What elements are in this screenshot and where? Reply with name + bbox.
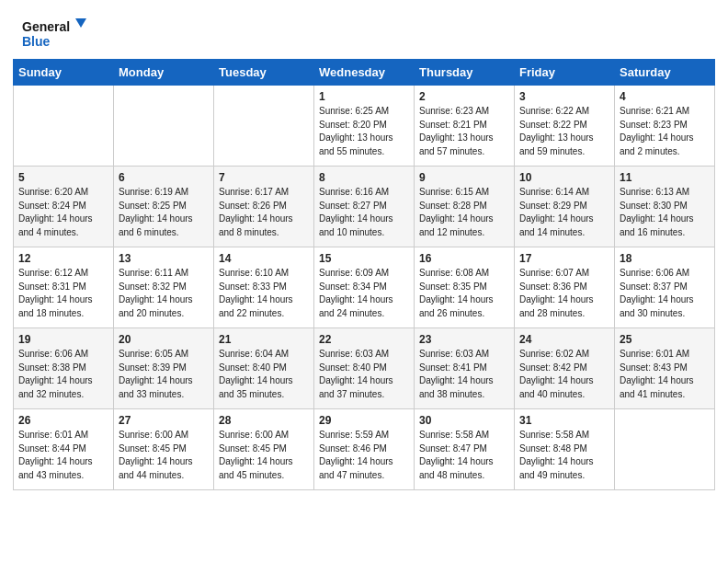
calendar-cell: 3Sunrise: 6:22 AM Sunset: 8:22 PM Daylig… bbox=[515, 86, 615, 167]
calendar-table: SundayMondayTuesdayWednesdayThursdayFrid… bbox=[13, 59, 715, 490]
calendar-cell: 24Sunrise: 6:02 AM Sunset: 8:42 PM Dayli… bbox=[515, 328, 615, 409]
calendar-cell: 1Sunrise: 6:25 AM Sunset: 8:20 PM Daylig… bbox=[314, 86, 415, 167]
calendar-week-4: 19Sunrise: 6:06 AM Sunset: 8:38 PM Dayli… bbox=[14, 328, 715, 409]
day-number: 23 bbox=[419, 333, 509, 346]
day-details: Sunrise: 6:02 AM Sunset: 8:42 PM Dayligh… bbox=[519, 348, 609, 401]
calendar-cell: 10Sunrise: 6:14 AM Sunset: 8:29 PM Dayli… bbox=[515, 167, 615, 247]
day-details: Sunrise: 6:23 AM Sunset: 8:21 PM Dayligh… bbox=[419, 105, 509, 158]
calendar-cell: 18Sunrise: 6:06 AM Sunset: 8:37 PM Dayli… bbox=[615, 247, 715, 328]
day-number: 4 bbox=[620, 90, 710, 103]
day-number: 27 bbox=[119, 414, 209, 427]
weekday-header-saturday: Saturday bbox=[615, 60, 715, 86]
day-details: Sunrise: 6:07 AM Sunset: 8:36 PM Dayligh… bbox=[519, 267, 609, 320]
day-details: Sunrise: 6:13 AM Sunset: 8:30 PM Dayligh… bbox=[620, 186, 710, 239]
calendar-cell: 5Sunrise: 6:20 AM Sunset: 8:24 PM Daylig… bbox=[14, 167, 114, 247]
calendar-cell bbox=[114, 86, 214, 167]
calendar-cell: 20Sunrise: 6:05 AM Sunset: 8:39 PM Dayli… bbox=[114, 328, 214, 409]
calendar-week-5: 26Sunrise: 6:01 AM Sunset: 8:44 PM Dayli… bbox=[14, 409, 715, 490]
calendar-cell: 29Sunrise: 5:59 AM Sunset: 8:46 PM Dayli… bbox=[314, 409, 415, 490]
weekday-header-thursday: Thursday bbox=[415, 60, 515, 86]
calendar-cell: 2Sunrise: 6:23 AM Sunset: 8:21 PM Daylig… bbox=[415, 86, 515, 167]
day-number: 1 bbox=[319, 90, 409, 103]
calendar-cell: 16Sunrise: 6:08 AM Sunset: 8:35 PM Dayli… bbox=[415, 247, 515, 328]
weekday-header-row: SundayMondayTuesdayWednesdayThursdayFrid… bbox=[14, 60, 715, 86]
day-number: 28 bbox=[219, 414, 309, 427]
day-details: Sunrise: 6:03 AM Sunset: 8:41 PM Dayligh… bbox=[419, 348, 509, 401]
day-number: 29 bbox=[319, 414, 409, 427]
day-number: 12 bbox=[18, 252, 108, 265]
day-details: Sunrise: 6:22 AM Sunset: 8:22 PM Dayligh… bbox=[519, 105, 609, 158]
calendar-cell: 26Sunrise: 6:01 AM Sunset: 8:44 PM Dayli… bbox=[14, 409, 114, 490]
svg-text:Blue: Blue bbox=[22, 34, 51, 49]
calendar-cell: 19Sunrise: 6:06 AM Sunset: 8:38 PM Dayli… bbox=[14, 328, 114, 409]
weekday-header-tuesday: Tuesday bbox=[214, 60, 314, 86]
calendar-cell: 14Sunrise: 6:10 AM Sunset: 8:33 PM Dayli… bbox=[214, 247, 314, 328]
day-number: 13 bbox=[119, 252, 209, 265]
day-number: 6 bbox=[119, 171, 209, 184]
day-details: Sunrise: 6:04 AM Sunset: 8:40 PM Dayligh… bbox=[219, 348, 309, 401]
day-details: Sunrise: 6:06 AM Sunset: 8:37 PM Dayligh… bbox=[620, 267, 710, 320]
logo: GeneralBlue bbox=[22, 17, 96, 50]
day-number: 5 bbox=[18, 171, 108, 184]
day-number: 31 bbox=[519, 414, 609, 427]
page-header: GeneralBlue bbox=[0, 0, 728, 59]
calendar-cell: 12Sunrise: 6:12 AM Sunset: 8:31 PM Dayli… bbox=[14, 247, 114, 328]
day-details: Sunrise: 6:14 AM Sunset: 8:29 PM Dayligh… bbox=[519, 186, 609, 239]
day-number: 18 bbox=[620, 252, 710, 265]
day-details: Sunrise: 6:20 AM Sunset: 8:24 PM Dayligh… bbox=[18, 186, 108, 239]
calendar-cell bbox=[615, 409, 715, 490]
calendar-cell: 9Sunrise: 6:15 AM Sunset: 8:28 PM Daylig… bbox=[415, 167, 515, 247]
day-details: Sunrise: 6:17 AM Sunset: 8:26 PM Dayligh… bbox=[219, 186, 309, 239]
calendar-cell: 25Sunrise: 6:01 AM Sunset: 8:43 PM Dayli… bbox=[615, 328, 715, 409]
calendar-cell: 8Sunrise: 6:16 AM Sunset: 8:27 PM Daylig… bbox=[314, 167, 415, 247]
calendar-cell: 21Sunrise: 6:04 AM Sunset: 8:40 PM Dayli… bbox=[214, 328, 314, 409]
day-number: 24 bbox=[519, 333, 609, 346]
day-number: 19 bbox=[18, 333, 108, 346]
day-details: Sunrise: 6:00 AM Sunset: 8:45 PM Dayligh… bbox=[119, 429, 209, 482]
day-details: Sunrise: 6:01 AM Sunset: 8:44 PM Dayligh… bbox=[18, 429, 108, 482]
day-details: Sunrise: 6:15 AM Sunset: 8:28 PM Dayligh… bbox=[419, 186, 509, 239]
day-number: 21 bbox=[219, 333, 309, 346]
day-details: Sunrise: 6:09 AM Sunset: 8:34 PM Dayligh… bbox=[319, 267, 409, 320]
calendar-cell: 30Sunrise: 5:58 AM Sunset: 8:47 PM Dayli… bbox=[415, 409, 515, 490]
day-details: Sunrise: 6:19 AM Sunset: 8:25 PM Dayligh… bbox=[119, 186, 209, 239]
day-details: Sunrise: 6:10 AM Sunset: 8:33 PM Dayligh… bbox=[219, 267, 309, 320]
svg-marker-2 bbox=[75, 18, 86, 28]
calendar-cell: 15Sunrise: 6:09 AM Sunset: 8:34 PM Dayli… bbox=[314, 247, 415, 328]
day-details: Sunrise: 6:21 AM Sunset: 8:23 PM Dayligh… bbox=[620, 105, 710, 158]
day-number: 3 bbox=[519, 90, 609, 103]
calendar-cell: 27Sunrise: 6:00 AM Sunset: 8:45 PM Dayli… bbox=[114, 409, 214, 490]
day-details: Sunrise: 6:11 AM Sunset: 8:32 PM Dayligh… bbox=[119, 267, 209, 320]
weekday-header-sunday: Sunday bbox=[14, 60, 114, 86]
day-number: 7 bbox=[219, 171, 309, 184]
calendar-cell: 4Sunrise: 6:21 AM Sunset: 8:23 PM Daylig… bbox=[615, 86, 715, 167]
calendar-week-2: 5Sunrise: 6:20 AM Sunset: 8:24 PM Daylig… bbox=[14, 167, 715, 247]
day-number: 9 bbox=[419, 171, 509, 184]
calendar-cell: 7Sunrise: 6:17 AM Sunset: 8:26 PM Daylig… bbox=[214, 167, 314, 247]
day-details: Sunrise: 6:05 AM Sunset: 8:39 PM Dayligh… bbox=[119, 348, 209, 401]
day-details: Sunrise: 5:58 AM Sunset: 8:48 PM Dayligh… bbox=[519, 429, 609, 482]
day-number: 15 bbox=[319, 252, 409, 265]
calendar-cell: 6Sunrise: 6:19 AM Sunset: 8:25 PM Daylig… bbox=[114, 167, 214, 247]
calendar-cell bbox=[14, 86, 114, 167]
calendar-week-1: 1Sunrise: 6:25 AM Sunset: 8:20 PM Daylig… bbox=[14, 86, 715, 167]
calendar-cell: 11Sunrise: 6:13 AM Sunset: 8:30 PM Dayli… bbox=[615, 167, 715, 247]
day-number: 14 bbox=[219, 252, 309, 265]
calendar-cell: 28Sunrise: 6:00 AM Sunset: 8:45 PM Dayli… bbox=[214, 409, 314, 490]
calendar-cell: 31Sunrise: 5:58 AM Sunset: 8:48 PM Dayli… bbox=[515, 409, 615, 490]
day-number: 20 bbox=[119, 333, 209, 346]
day-number: 2 bbox=[419, 90, 509, 103]
calendar-cell: 13Sunrise: 6:11 AM Sunset: 8:32 PM Dayli… bbox=[114, 247, 214, 328]
day-details: Sunrise: 5:59 AM Sunset: 8:46 PM Dayligh… bbox=[319, 429, 409, 482]
calendar-cell: 22Sunrise: 6:03 AM Sunset: 8:40 PM Dayli… bbox=[314, 328, 415, 409]
day-number: 16 bbox=[419, 252, 509, 265]
day-number: 8 bbox=[319, 171, 409, 184]
day-number: 30 bbox=[419, 414, 509, 427]
day-details: Sunrise: 6:25 AM Sunset: 8:20 PM Dayligh… bbox=[319, 105, 409, 158]
day-number: 22 bbox=[319, 333, 409, 346]
day-details: Sunrise: 6:03 AM Sunset: 8:40 PM Dayligh… bbox=[319, 348, 409, 401]
weekday-header-monday: Monday bbox=[114, 60, 214, 86]
weekday-header-friday: Friday bbox=[515, 60, 615, 86]
calendar-cell: 23Sunrise: 6:03 AM Sunset: 8:41 PM Dayli… bbox=[415, 328, 515, 409]
calendar-cell: 17Sunrise: 6:07 AM Sunset: 8:36 PM Dayli… bbox=[515, 247, 615, 328]
